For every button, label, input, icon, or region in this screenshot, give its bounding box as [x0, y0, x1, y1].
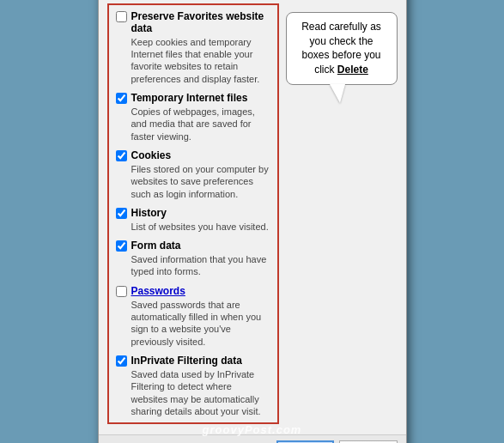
checkbox-item-favorites: Preserve Favorites website dataKeep cook…: [116, 10, 270, 85]
checkbox-desc-cookies: Files stored on your computer by website…: [131, 163, 270, 200]
checkbox-desc-form_data: Saved information that you have typed in…: [131, 253, 270, 278]
bubble-box: Read carefully as you check the boxes be…: [286, 12, 398, 85]
checkbox-section: Preserve Favorites website dataKeep cook…: [107, 3, 279, 424]
checkbox-row-temp_files: Temporary Internet files: [116, 92, 270, 104]
checkbox-item-inprivate: InPrivate Filtering dataSaved data used …: [116, 355, 270, 417]
speech-bubble: Read carefully as you check the boxes be…: [286, 3, 398, 429]
watermark: groovyPost.com: [203, 423, 302, 436]
checkbox-item-history: HistoryList of websites you have visited…: [116, 207, 270, 233]
checkbox-item-passwords: PasswordsSaved passwords that are automa…: [116, 285, 270, 348]
checkbox-label-passwords[interactable]: Passwords: [131, 285, 185, 297]
checkbox-inprivate[interactable]: [116, 355, 127, 367]
bubble-text: Read carefully as you check the boxes be…: [301, 21, 381, 76]
checkbox-item-temp_files: Temporary Internet filesCopies of webpag…: [116, 92, 270, 143]
checkbox-row-cookies: Cookies: [116, 149, 270, 161]
checkbox-label-temp_files[interactable]: Temporary Internet files: [131, 92, 248, 104]
checkbox-history[interactable]: [116, 208, 127, 219]
delete-browsing-history-dialog: Delete Browsing History ✕ Preserve Favor…: [98, 0, 407, 443]
checkbox-desc-history: List of websites you have visited.: [131, 221, 270, 233]
bubble-tail: [330, 84, 345, 103]
checkbox-label-favorites[interactable]: Preserve Favorites website data: [131, 10, 270, 34]
checkbox-row-favorites: Preserve Favorites website data: [116, 10, 270, 34]
checkbox-label-form_data[interactable]: Form data: [131, 240, 181, 252]
checkbox-item-form_data: Form dataSaved information that you have…: [116, 240, 270, 278]
checkbox-form_data[interactable]: [116, 240, 127, 252]
checkbox-row-inprivate: InPrivate Filtering data: [116, 355, 270, 367]
bubble-delete-word: Delete: [337, 64, 368, 76]
checkbox-row-passwords: Passwords: [116, 285, 270, 297]
dialog-body: Preserve Favorites website dataKeep cook…: [99, 0, 406, 434]
checkbox-favorites[interactable]: [116, 11, 127, 22]
checkbox-desc-favorites: Keep cookies and temporary Internet file…: [131, 36, 270, 85]
checkbox-items-container: Preserve Favorites website dataKeep cook…: [116, 10, 270, 417]
checkbox-temp_files[interactable]: [116, 93, 127, 104]
checkbox-desc-inprivate: Saved data used by InPrivate Filtering t…: [131, 368, 270, 417]
checkbox-passwords[interactable]: [116, 286, 127, 297]
checkbox-desc-passwords: Saved passwords that are automatically f…: [131, 299, 270, 348]
left-panel: Preserve Favorites website dataKeep cook…: [107, 3, 279, 429]
checkbox-item-cookies: CookiesFiles stored on your computer by …: [116, 149, 270, 200]
checkbox-row-form_data: Form data: [116, 240, 270, 252]
checkbox-cookies[interactable]: [116, 150, 127, 161]
checkbox-desc-temp_files: Copies of webpages, images, and media th…: [131, 106, 270, 143]
checkbox-label-inprivate[interactable]: InPrivate Filtering data: [131, 355, 242, 367]
checkbox-row-history: History: [116, 207, 270, 219]
checkbox-label-cookies[interactable]: Cookies: [131, 149, 172, 161]
checkbox-label-history[interactable]: History: [131, 207, 167, 219]
